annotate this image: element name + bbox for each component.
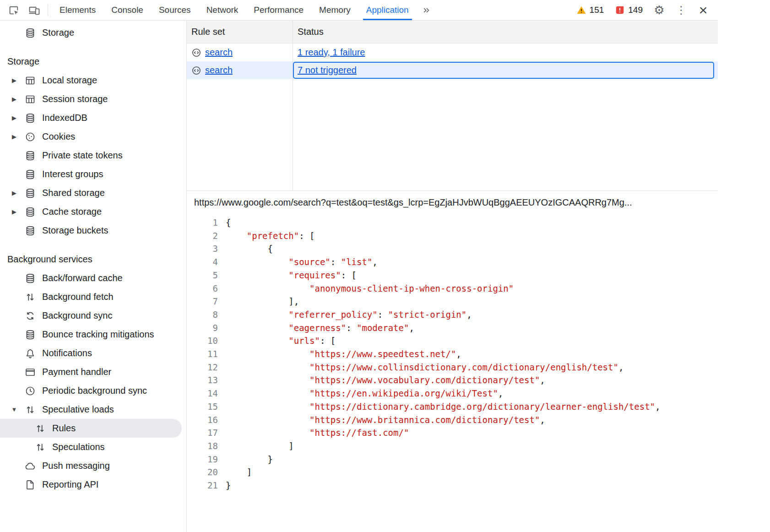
- code-text: }: [218, 453, 273, 466]
- rule-set-link[interactable]: search: [205, 47, 233, 58]
- section-title-background-services: Background services: [0, 250, 186, 269]
- code-text: "requires": [: [218, 269, 357, 282]
- warning-icon: [576, 5, 586, 15]
- devtools-window: Elements Console Sources Network Perform…: [0, 0, 718, 532]
- device-toolbar-icon: [28, 5, 40, 16]
- status-link[interactable]: 7 not triggered: [298, 65, 357, 76]
- code-text: "https://www.speedtest.net/",: [218, 347, 461, 361]
- kebab-menu-icon: ⋮: [676, 5, 687, 16]
- expand-arrow-icon[interactable]: ▶: [7, 114, 21, 121]
- rule-set-icon: [191, 65, 201, 76]
- sidebar-item-indexeddb[interactable]: ▶ IndexedDB: [0, 109, 186, 127]
- sidebar-item-background-sync[interactable]: Background sync: [0, 306, 186, 325]
- sidebar-item-storage-top[interactable]: Storage: [0, 23, 186, 42]
- table-icon: [25, 94, 36, 105]
- line-number: 8: [187, 308, 218, 321]
- sidebar-item-interest-groups[interactable]: Interest groups: [0, 165, 186, 184]
- line-number: 10: [187, 334, 218, 347]
- tab-network[interactable]: Network: [199, 0, 246, 20]
- code-lines: 1{2 "prefetch": [3 {4 "source": "list",5…: [187, 216, 718, 492]
- sidebar-item-shared-storage[interactable]: ▶ Shared storage: [0, 184, 186, 202]
- tab-performance[interactable]: Performance: [246, 0, 311, 20]
- sidebar-item-speculative-loads[interactable]: ▼ Speculative loads: [0, 400, 186, 419]
- application-sidebar: Storage Storage ▶ Local storage ▶ Sessio…: [0, 21, 187, 532]
- tab-console[interactable]: Console: [103, 0, 151, 20]
- sidebar-item-local-storage[interactable]: ▶ Local storage: [0, 71, 186, 90]
- warnings-badge[interactable]: 151: [572, 5, 609, 15]
- sidebar-item-private-state-tokens[interactable]: Private state tokens: [0, 146, 186, 165]
- rules-panel: Rule set Status search 1 ready, 1 failur…: [187, 21, 718, 532]
- database-icon: [25, 273, 36, 284]
- code-line: 6 "anonymous-client-ip-when-cross-origin…: [187, 282, 718, 295]
- sidebar-item-reporting-api[interactable]: Reporting API: [0, 475, 186, 494]
- code-line: 10 "urls": [: [187, 334, 718, 347]
- line-number: 18: [187, 440, 218, 453]
- line-number: 20: [187, 466, 218, 479]
- cloud-icon: [25, 461, 36, 472]
- sidebar-item-payment-handler[interactable]: Payment handler: [0, 363, 186, 381]
- up-down-arrows-icon: [25, 404, 36, 415]
- code-line: 19 }: [187, 453, 718, 466]
- sidebar-item-rules[interactable]: Rules: [0, 419, 182, 438]
- rule-set-link[interactable]: search: [205, 65, 233, 76]
- code-text: ]: [218, 466, 252, 479]
- line-number: 9: [187, 321, 218, 335]
- table-row-selected[interactable]: search 7 not triggered: [187, 61, 718, 79]
- toggle-device-toolbar-button[interactable]: [24, 0, 44, 20]
- sidebar-item-storage-buckets[interactable]: Storage buckets: [0, 221, 186, 240]
- devtools-toolbar: Elements Console Sources Network Perform…: [0, 0, 718, 21]
- section-title-storage: Storage: [0, 52, 186, 71]
- panel-tabs: Elements Console Sources Network Perform…: [52, 0, 417, 20]
- expand-arrow-icon[interactable]: ▶: [7, 77, 21, 84]
- more-options-button[interactable]: ⋮: [671, 0, 691, 20]
- sidebar-item-cookies[interactable]: ▶ Cookies: [0, 127, 186, 146]
- tab-application[interactable]: Application: [358, 0, 417, 20]
- sidebar-item-periodic-background-sync[interactable]: Periodic background sync: [0, 381, 186, 400]
- sidebar-item-push-messaging[interactable]: Push messaging: [0, 456, 186, 475]
- sidebar-item-notifications[interactable]: Notifications: [0, 344, 186, 363]
- code-line: 8 "referrer_policy": "strict-origin",: [187, 308, 718, 321]
- sidebar-item-cache-storage[interactable]: ▶ Cache storage: [0, 202, 186, 221]
- status-link[interactable]: 1 ready, 1 failure: [298, 47, 365, 58]
- code-text: }: [218, 479, 231, 492]
- code-line: 14 "https://en.wikipedia.org/wiki/Test",: [187, 387, 718, 400]
- toolbar-right-group: 151 149 ⚙ ⋮ ×: [572, 0, 718, 20]
- sidebar-item-session-storage[interactable]: ▶ Session storage: [0, 90, 186, 109]
- error-count: 149: [628, 5, 643, 15]
- code-line: 12 "https://www.collinsdictionary.com/di…: [187, 361, 718, 374]
- tab-elements[interactable]: Elements: [52, 0, 103, 20]
- focused-status-cell[interactable]: 7 not triggered: [293, 62, 714, 79]
- code-text: "prefetch": [: [218, 229, 315, 243]
- database-icon: [25, 27, 36, 38]
- sidebar-item-speculations[interactable]: Speculations: [0, 438, 186, 456]
- code-viewer[interactable]: 1{2 "prefetch": [3 {4 "source": "list",5…: [187, 213, 718, 532]
- sidebar-item-background-fetch[interactable]: Background fetch: [0, 288, 186, 306]
- expand-arrow-icon[interactable]: ▶: [7, 96, 21, 103]
- expand-arrow-icon[interactable]: ▶: [7, 208, 21, 215]
- document-icon: [25, 479, 36, 490]
- expand-arrow-icon[interactable]: ▶: [7, 133, 21, 140]
- table-row[interactable]: search 1 ready, 1 failure: [187, 43, 718, 61]
- expand-arrow-icon[interactable]: ▶: [7, 190, 21, 196]
- tab-memory[interactable]: Memory: [311, 0, 358, 20]
- tab-sources[interactable]: Sources: [151, 0, 199, 20]
- line-number: 16: [187, 413, 218, 427]
- inspect-cursor-icon: [8, 5, 20, 16]
- clock-icon: [25, 385, 36, 396]
- inspect-element-button[interactable]: [4, 0, 24, 20]
- collapse-arrow-icon[interactable]: ▼: [7, 406, 21, 413]
- errors-badge[interactable]: 149: [610, 5, 647, 15]
- code-text: "urls": [: [218, 334, 336, 347]
- table-header-row: Rule set Status: [187, 21, 718, 43]
- more-tabs-button[interactable]: [417, 0, 437, 20]
- rule-set-preview: https://www.google.com/search?q=test&oq=…: [187, 191, 718, 532]
- close-devtools-button[interactable]: ×: [693, 0, 713, 20]
- code-line: 5 "requires": [: [187, 269, 718, 282]
- sidebar-item-bounce-tracking-mitigations[interactable]: Bounce tracking mitigations: [0, 325, 186, 344]
- settings-button[interactable]: ⚙: [649, 0, 669, 20]
- sidebar-item-back-forward-cache[interactable]: Back/forward cache: [0, 269, 186, 288]
- code-text: "https://fast.com/": [218, 426, 409, 440]
- code-text: ]: [218, 440, 294, 453]
- line-number: 5: [187, 269, 218, 282]
- code-line: 17 "https://fast.com/": [187, 426, 718, 440]
